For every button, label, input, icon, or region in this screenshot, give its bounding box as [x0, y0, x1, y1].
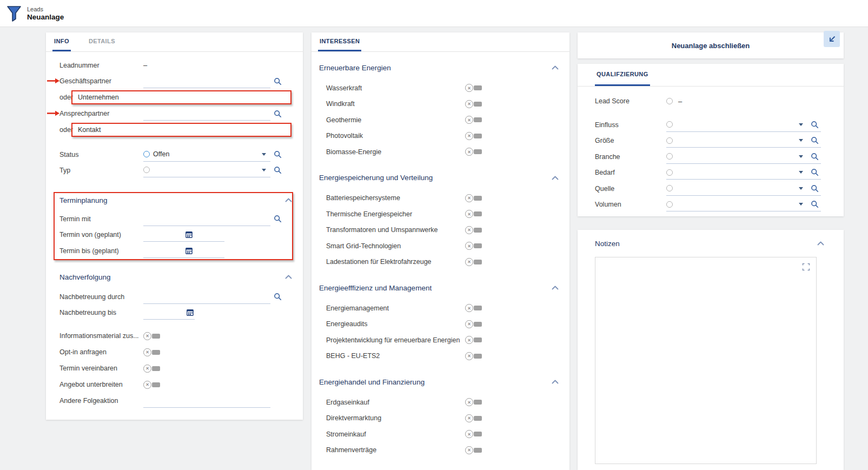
chevron-down-icon[interactable]: [799, 139, 803, 142]
complete-action-bar[interactable]: Neuanlage abschließen: [578, 32, 844, 58]
geschaeftspartner-input[interactable]: [143, 74, 270, 88]
qualification-select[interactable]: [666, 134, 821, 148]
toggle-off[interactable]: ✕: [465, 100, 482, 108]
chevron-up-icon[interactable]: [285, 275, 292, 279]
status-select[interactable]: Offen: [143, 148, 270, 162]
chevron-up-icon[interactable]: [552, 65, 559, 70]
termin-bis-date-input[interactable]: [143, 244, 224, 258]
search-icon[interactable]: [274, 110, 282, 118]
chevron-up-icon[interactable]: [817, 241, 824, 246]
calendar-icon[interactable]: [187, 309, 194, 316]
interest-label: Transformatoren und Umspannwerke: [326, 226, 465, 234]
kontakt-input[interactable]: Kontakt: [72, 123, 290, 137]
nachbetreuung-durch-input[interactable]: [143, 290, 270, 304]
search-icon[interactable]: [274, 77, 282, 85]
ansprechpartner-label: Ansprechpartner: [59, 110, 143, 117]
toggle-off[interactable]: ✕: [465, 336, 482, 344]
tab-qualifizierung[interactable]: QUALIFZIERUNG: [595, 64, 650, 86]
toggle-off[interactable]: ✕: [465, 210, 482, 218]
nachbetreuung-bis-input[interactable]: [143, 306, 195, 320]
search-icon[interactable]: [811, 184, 819, 193]
qualification-select[interactable]: [666, 197, 821, 211]
toggle-off[interactable]: ✕: [465, 226, 482, 234]
search-icon[interactable]: [274, 293, 282, 301]
toggle-off[interactable]: ✕: [143, 381, 160, 389]
ansprechpartner-input[interactable]: [143, 107, 270, 121]
calendar-icon[interactable]: [185, 247, 193, 254]
calendar-icon[interactable]: [185, 231, 193, 238]
section-header[interactable]: Erneuerbare Energien: [312, 59, 569, 76]
section-header[interactable]: Energiespeicherung und Verteilung: [312, 170, 569, 186]
complete-button[interactable]: Neuanlage abschließen: [672, 42, 750, 50]
qualification-select[interactable]: [666, 166, 821, 180]
chevron-up-icon[interactable]: [285, 198, 292, 202]
chevron-down-icon[interactable]: [799, 187, 803, 190]
tab-info[interactable]: INFO: [52, 32, 71, 51]
toggle-track: [474, 134, 482, 138]
toggle-off[interactable]: ✕: [465, 430, 482, 438]
interest-label: Projektentwicklung für erneuerbare Energ…: [326, 336, 465, 344]
interest-label: Erdgaseinkauf: [326, 399, 465, 406]
toggle-off[interactable]: ✕: [465, 132, 482, 140]
toggle-x-icon: ✕: [465, 242, 473, 250]
toggle-off[interactable]: ✕: [465, 194, 482, 202]
chevron-down-icon[interactable]: [262, 169, 266, 171]
qualification-select[interactable]: [666, 118, 821, 132]
toggle-x-icon: ✕: [465, 226, 473, 234]
toggle-off[interactable]: ✕: [465, 84, 482, 92]
search-icon[interactable]: [274, 150, 282, 158]
expand-icon[interactable]: [802, 263, 810, 271]
andere-folgeaktion-input[interactable]: [143, 394, 270, 408]
chevron-down-icon[interactable]: [799, 123, 803, 126]
toggle-label: Opt-in anfragen: [59, 348, 143, 356]
interest-section-erneuerbare: Erneuerbare Energien Wasserkraft ✕: [312, 59, 569, 160]
toggle-off[interactable]: ✕: [465, 446, 482, 454]
tab-interessen[interactable]: INTERESSEN: [318, 32, 361, 51]
interest-list: Erdgaseinkauf ✕ Direktvermarktung ✕: [312, 394, 569, 458]
chevron-up-icon[interactable]: [552, 286, 559, 290]
chevron-down-icon[interactable]: [799, 155, 803, 158]
search-icon[interactable]: [811, 136, 819, 144]
chevron-down-icon[interactable]: [799, 203, 803, 206]
toggle-off[interactable]: ✕: [465, 320, 482, 328]
qualification-select[interactable]: [666, 182, 821, 196]
termin-von-date-input[interactable]: [143, 228, 224, 242]
search-icon[interactable]: [811, 200, 819, 208]
toggle-off[interactable]: ✕: [465, 352, 482, 360]
search-icon[interactable]: [274, 166, 282, 174]
notizen-textarea[interactable]: [595, 257, 817, 464]
tab-details[interactable]: DETAILS: [87, 32, 117, 51]
toggle-off[interactable]: ✕: [465, 148, 482, 156]
search-icon[interactable]: [811, 121, 819, 129]
toggle-track: [474, 400, 482, 405]
unternehmen-input[interactable]: Unternehmen: [72, 90, 290, 104]
qualification-row: Bedarf: [578, 165, 844, 181]
lead-score-radio-icon: [666, 98, 673, 104]
toggle-off[interactable]: ✕: [143, 332, 160, 340]
toggle-x-icon: ✕: [465, 336, 473, 344]
toggle-off[interactable]: ✕: [465, 304, 482, 312]
toggle-x-icon: ✕: [465, 258, 473, 266]
interest-label: Smart Grid-Technologien: [326, 242, 465, 250]
chevron-down-icon[interactable]: [799, 171, 803, 174]
collapse-panel-button[interactable]: [824, 31, 840, 47]
toggle-off[interactable]: ✕: [465, 258, 482, 266]
chevron-up-icon[interactable]: [552, 176, 559, 180]
interest-row: Geothermie ✕: [312, 112, 569, 128]
typ-select[interactable]: [143, 163, 270, 177]
toggle-off[interactable]: ✕: [143, 365, 160, 373]
search-icon[interactable]: [811, 168, 819, 176]
search-icon[interactable]: [811, 153, 819, 161]
termin-mit-input[interactable]: [143, 212, 270, 226]
section-header[interactable]: Energieefffizienz und Management: [312, 280, 569, 296]
toggle-off[interactable]: ✕: [143, 348, 160, 356]
chevron-down-icon[interactable]: [262, 153, 266, 156]
search-icon[interactable]: [274, 215, 282, 223]
chevron-up-icon[interactable]: [552, 380, 559, 384]
toggle-off[interactable]: ✕: [465, 116, 482, 124]
section-header[interactable]: Energiehandel und Finanzierung: [312, 374, 569, 390]
toggle-off[interactable]: ✕: [465, 414, 482, 422]
toggle-off[interactable]: ✕: [465, 398, 482, 406]
toggle-off[interactable]: ✕: [465, 242, 482, 250]
qualification-select[interactable]: [666, 150, 821, 164]
